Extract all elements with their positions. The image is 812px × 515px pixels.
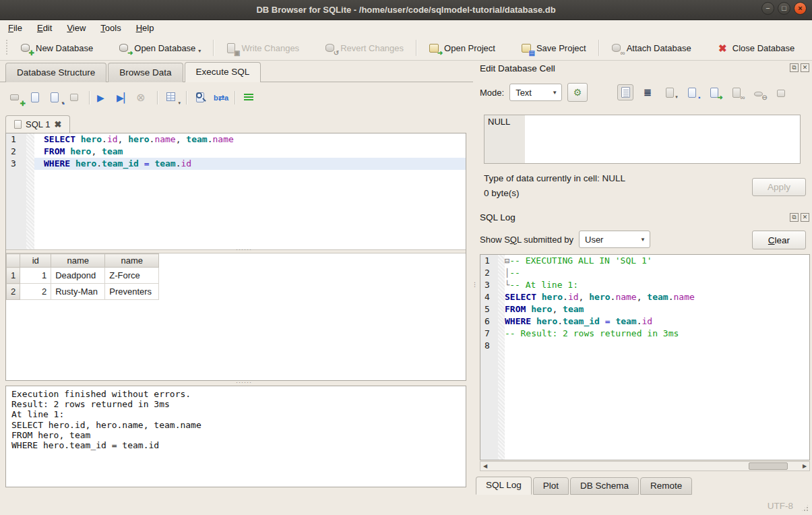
scrollbar-thumb[interactable] xyxy=(749,462,788,470)
open-project-button[interactable]: ➜ Open Project xyxy=(422,39,502,57)
code-line[interactable]: 1SELECT hero.id, hero.name, team.name xyxy=(6,133,466,146)
code-line[interactable]: 2│-- xyxy=(480,267,809,279)
row-header-cell[interactable]: 2 xyxy=(7,284,20,300)
word-wrap-button[interactable]: ≣ xyxy=(639,84,656,100)
dock-tab-db-schema[interactable]: DB Schema xyxy=(570,477,639,495)
scroll-left-icon[interactable]: ◀ xyxy=(480,463,490,469)
table-cell[interactable]: Z-Force xyxy=(105,268,159,284)
corner-header-cell[interactable] xyxy=(7,254,20,268)
code-line[interactable]: 7-- Result: 2 rows returned in 3ms xyxy=(480,328,809,340)
code-text: WHERE hero.team_id = team.id xyxy=(34,158,466,170)
sql-file-tab[interactable]: SQL 1 ✖ xyxy=(5,115,70,133)
close-button[interactable]: × xyxy=(794,2,807,15)
auto-format-icon[interactable] xyxy=(243,91,256,104)
find-icon[interactable] xyxy=(194,91,208,104)
table-cell[interactable]: Preventers xyxy=(105,284,159,300)
find-replace-icon[interactable]: b⇄a xyxy=(214,91,227,104)
dock-tab-plot[interactable]: Plot xyxy=(533,477,569,495)
cell-value: NULL xyxy=(488,117,510,127)
menu-file[interactable]: File xyxy=(8,23,22,33)
attach-database-button[interactable]: ∞ Attach Database xyxy=(604,39,698,57)
code-text: FROM hero, team xyxy=(505,303,584,315)
code-line[interactable]: 3└-- At line 1: xyxy=(480,279,809,291)
code-line[interactable]: 1⊟-- EXECUTING ALL IN 'SQL 1' xyxy=(480,255,809,267)
table-cell[interactable]: 2 xyxy=(20,284,51,300)
close-panel-icon[interactable]: ✕ xyxy=(801,63,809,72)
cell-value-editor[interactable]: NULL xyxy=(484,115,801,164)
scroll-right-icon[interactable]: ▶ xyxy=(800,463,809,469)
edit-cell-title: Edit Database Cell xyxy=(480,63,555,73)
save-results-icon[interactable]: ▾ xyxy=(165,91,179,104)
menu-help[interactable]: Help xyxy=(136,23,154,33)
open-database-menu-arrow[interactable]: ▾ xyxy=(198,48,201,54)
encoding-indicator[interactable]: UTF-8 xyxy=(768,501,793,511)
float-panel-icon[interactable]: ⧉ xyxy=(790,213,799,222)
sql-code-editor[interactable]: 1SELECT hero.id, hero.name, team.name2FR… xyxy=(6,133,466,249)
sql-log-title: SQL Log xyxy=(480,212,516,222)
menu-tools[interactable]: Tools xyxy=(100,23,121,33)
main-tab-bar: Database Structure Browse Data Execute S… xyxy=(0,61,473,82)
column-header[interactable]: id xyxy=(20,254,51,268)
tab-browse-data[interactable]: Browse Data xyxy=(108,63,183,82)
column-header[interactable]: name xyxy=(51,254,105,268)
auto-switch-mode-button[interactable]: ⚙ xyxy=(567,83,588,102)
table-row[interactable]: 11DeadpondZ-Force xyxy=(7,268,159,284)
sql-editor-code[interactable]: 1SELECT hero.id, hero.name, team.name2FR… xyxy=(6,133,466,170)
text-view-button[interactable] xyxy=(617,84,633,100)
toolbar-drag-handle[interactable] xyxy=(4,40,9,56)
submitted-by-combobox[interactable]: User▼ xyxy=(579,231,650,248)
execute-current-line-icon[interactable]: ▶▏ xyxy=(117,91,130,104)
open-database-button[interactable]: ➜ Open Database ▾ xyxy=(112,39,208,57)
dock-tab-remote[interactable]: Remote xyxy=(640,477,692,495)
code-line[interactable]: 6WHERE hero.team_id = team.id xyxy=(480,315,809,328)
execution-message-box[interactable]: Execution finished without errors. Resul… xyxy=(5,386,466,487)
save-project-button[interactable]: ▤ Save Project xyxy=(514,39,593,57)
gear-icon: ⚙ xyxy=(573,87,582,98)
table-cell[interactable]: Deadpond xyxy=(51,268,105,284)
tab-database-structure[interactable]: Database Structure xyxy=(5,63,106,82)
open-sql-file-icon[interactable] xyxy=(29,91,42,104)
print-cell-button[interactable] xyxy=(773,84,789,100)
results-grid[interactable]: idnamename 11DeadpondZ-Force22Rusty-ManP… xyxy=(6,253,466,380)
title-bar[interactable]: DB Browser for SQLite - /home/user/code/… xyxy=(0,0,812,20)
mode-combobox[interactable]: Text▼ xyxy=(509,84,562,101)
row-header-cell[interactable]: 1 xyxy=(7,268,20,284)
chevron-down-icon: ▼ xyxy=(640,237,646,243)
code-line[interactable]: 2FROM hero, team xyxy=(6,146,466,158)
new-database-button[interactable]: ✚ New Database xyxy=(13,39,100,57)
cell-type-info: Type of data currently in cell: NULL xyxy=(484,173,625,183)
code-line[interactable]: 3WHERE hero.team_id = team.id xyxy=(6,158,466,170)
code-line[interactable]: 8 xyxy=(480,340,809,352)
minimize-button[interactable]: − xyxy=(761,2,774,15)
close-database-button[interactable]: ✖ Close Database xyxy=(710,39,802,57)
line-number: 2 xyxy=(6,146,26,158)
resize-grip[interactable] xyxy=(801,504,809,512)
table-cell[interactable]: Rusty-Man xyxy=(51,284,105,300)
copy-link-button[interactable]: ∞ xyxy=(728,84,745,100)
new-sql-tab-icon[interactable]: ✚ xyxy=(9,91,23,104)
float-panel-icon[interactable]: ⧉ xyxy=(790,63,799,72)
save-sql-file-icon[interactable]: ▪▾ xyxy=(49,91,62,104)
menu-edit[interactable]: Edit xyxy=(37,23,52,33)
tab-execute-sql[interactable]: Execute SQL xyxy=(185,62,261,82)
open-external-button[interactable]: ➜ xyxy=(706,84,722,100)
log-horizontal-scrollbar[interactable]: ◀ ▶ xyxy=(480,461,810,471)
clear-log-button[interactable]: Clear xyxy=(752,231,806,249)
editor-results-frame: 1SELECT hero.id, hero.name, team.name2FR… xyxy=(5,133,466,381)
close-panel-icon[interactable]: ✕ xyxy=(801,213,809,222)
code-line[interactable]: 5FROM hero, team xyxy=(480,303,809,315)
maximize-button[interactable]: □ xyxy=(778,2,790,15)
table-row[interactable]: 22Rusty-ManPreventers xyxy=(7,284,159,300)
execute-all-icon[interactable]: ▶ xyxy=(97,91,111,104)
execution-message-text: Execution finished without errors. Resul… xyxy=(11,389,460,450)
close-tab-icon[interactable]: ✖ xyxy=(54,119,61,129)
export-data-button[interactable]: ▪ xyxy=(684,84,700,100)
results-table: idnamename 11DeadpondZ-Force22Rusty-ManP… xyxy=(6,253,159,300)
code-line[interactable]: 4SELECT hero.id, hero.name, team.name xyxy=(480,291,809,303)
table-cell[interactable]: 1 xyxy=(20,268,51,284)
menu-view[interactable]: View xyxy=(67,23,86,33)
print-icon[interactable] xyxy=(68,91,82,104)
dock-tab-sql-log[interactable]: SQL Log xyxy=(476,477,532,495)
sql-log-view[interactable]: 1⊟-- EXECUTING ALL IN 'SQL 1'2│--3└-- At… xyxy=(480,254,810,460)
column-header[interactable]: name xyxy=(105,254,159,268)
